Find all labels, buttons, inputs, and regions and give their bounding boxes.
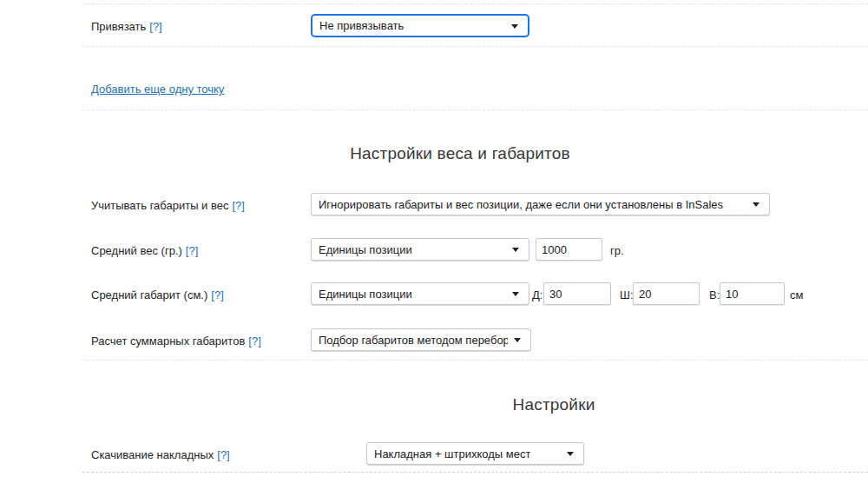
bind-field-label: Привязать[?] <box>91 20 162 33</box>
help-icon[interactable]: [?] <box>186 244 198 257</box>
bind-select-value: Не привязывать <box>319 19 404 32</box>
avg-weight-select-value: Единицы позиции <box>319 243 412 256</box>
consider-select[interactable]: Игнорировать габариты и вес позиции, даж… <box>311 193 770 215</box>
dimensions-section-title: Настройки веса и габаритов <box>200 144 720 163</box>
avg-weight-label: Средний вес (гр.)[?] <box>91 244 198 257</box>
length-input[interactable] <box>543 282 611 305</box>
chevron-down-icon <box>511 24 518 29</box>
help-icon[interactable]: [?] <box>217 448 229 461</box>
separator <box>82 46 868 47</box>
help-icon[interactable]: [?] <box>232 199 244 212</box>
chevron-down-icon <box>567 452 574 456</box>
settings-section-title: Настройки <box>293 395 814 414</box>
download-select-value: Накладная + штрихкоды мест <box>374 447 530 460</box>
separator <box>82 472 868 473</box>
calc-field-label: Расчет суммарных габаритов[?] <box>91 335 261 348</box>
height-label: В: <box>709 288 720 301</box>
avg-weight-select[interactable]: Единицы позиции <box>311 238 529 261</box>
height-input[interactable] <box>720 282 785 305</box>
chevron-down-icon <box>512 248 519 252</box>
calc-select[interactable]: Подбор габаритов методом перебора <box>311 328 531 351</box>
size-unit-label: см <box>790 288 803 301</box>
width-label: Ш: <box>620 288 634 301</box>
avg-size-label: Средний габарит (см.)[?] <box>91 288 224 301</box>
download-select[interactable]: Накладная + штрихкоды мест <box>366 442 584 465</box>
separator <box>82 360 868 361</box>
chevron-down-icon <box>512 292 519 296</box>
help-icon[interactable]: [?] <box>211 288 223 301</box>
avg-size-select[interactable]: Единицы позиции <box>311 282 529 305</box>
length-label: Д: <box>532 288 542 301</box>
add-point-link[interactable]: Добавить еще одну точку <box>91 83 224 96</box>
chevron-down-icon <box>753 202 760 207</box>
settings-form: Привязать[?] Не привязывать Добавить еще… <box>0 0 868 477</box>
weight-unit-label: гр. <box>610 244 624 257</box>
avg-weight-input[interactable] <box>536 238 602 261</box>
download-field-label: Скачивание накладных[?] <box>91 448 230 461</box>
help-icon[interactable]: [?] <box>248 335 260 348</box>
avg-size-select-value: Единицы позиции <box>319 288 412 301</box>
bind-select[interactable]: Не привязывать <box>311 14 529 37</box>
chevron-down-icon <box>514 338 521 342</box>
calc-select-value: Подбор габаритов методом перебора <box>319 334 508 347</box>
help-icon[interactable]: [?] <box>149 20 161 33</box>
width-input[interactable] <box>633 282 700 305</box>
separator <box>82 3 868 4</box>
consider-select-value: Игнорировать габариты и вес позиции, даж… <box>319 198 723 211</box>
separator <box>82 109 868 110</box>
consider-field-label: Учитывать габариты и вес[?] <box>91 199 245 212</box>
